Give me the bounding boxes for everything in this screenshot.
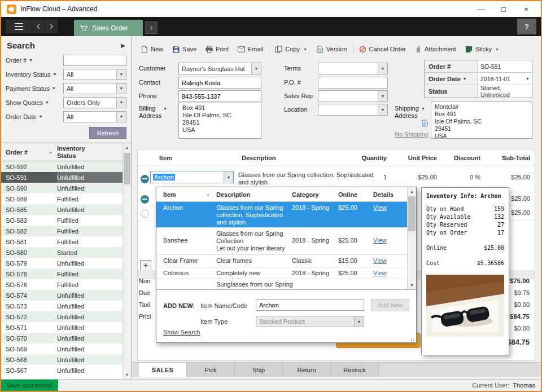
table-row[interactable]: SO-572Unfulfilled xyxy=(1,311,131,322)
terms-select[interactable]: ▼ xyxy=(318,63,388,74)
order-date-value[interactable]: 2018-11-01▼ xyxy=(478,73,532,85)
table-row[interactable]: SO-574Unfulfilled xyxy=(1,290,131,301)
tab-ship[interactable]: Ship xyxy=(235,363,283,377)
location-select[interactable]: ▼ xyxy=(318,104,388,116)
minimize-button[interactable]: — xyxy=(470,2,492,16)
scrollbar-thumb[interactable] xyxy=(408,196,416,231)
orders-scrollbar[interactable]: ▲ ▼ xyxy=(123,143,131,379)
email-button[interactable]: Email xyxy=(233,42,268,56)
nav-back-button[interactable] xyxy=(32,20,45,33)
table-row[interactable]: SO-568Unfulfilled xyxy=(1,354,131,365)
column-header-order[interactable]: Order # xyxy=(6,149,28,156)
show-search-link[interactable]: Show Search xyxy=(163,329,200,336)
show-quotes-select[interactable]: Orders Only ▼ xyxy=(63,97,126,108)
shipping-address-box[interactable]: Montclair Box 491 Isle Of Palms, SC 2945… xyxy=(431,102,532,139)
payment-status-select[interactable]: All ▼ xyxy=(63,83,126,94)
filter-caret-icon[interactable]: ▼ xyxy=(38,114,42,118)
table-row[interactable]: SO-573Unfulfilled xyxy=(1,301,131,311)
sales-rep-select[interactable]: ▼ xyxy=(318,90,388,102)
row-handle-empty-icon[interactable] xyxy=(141,209,149,218)
column-header-inventory-status[interactable]: Inventory Status xyxy=(57,145,98,160)
picker-row[interactable]: Colossus Completely new description. 201… xyxy=(156,267,407,279)
new-button[interactable]: New xyxy=(136,42,168,56)
filter-caret-icon[interactable]: ▼ xyxy=(45,100,49,104)
collapse-sidebar-icon[interactable]: ▶ xyxy=(121,42,125,49)
help-button[interactable]: ? xyxy=(517,19,536,34)
save-button[interactable]: Save xyxy=(168,42,201,56)
tab-restock[interactable]: Restock xyxy=(331,363,379,377)
item-discount[interactable]: 0 % xyxy=(443,174,480,180)
table-row[interactable]: SO-589Fulfilled xyxy=(1,193,131,204)
table-row[interactable]: SO-580Started xyxy=(1,247,131,258)
item-combo-box[interactable]: Archon ▼ xyxy=(150,171,234,183)
view-link[interactable]: View xyxy=(373,270,387,277)
filter-caret-icon[interactable]: ▼ xyxy=(52,86,56,90)
refresh-button[interactable]: Refresh xyxy=(89,127,126,139)
new-tab-button[interactable]: + xyxy=(145,21,158,34)
order-number-value[interactable]: SO-591 xyxy=(478,60,532,72)
table-row[interactable]: SO-567Unfulfilled xyxy=(1,365,131,376)
scroll-up-icon[interactable]: ▲ xyxy=(408,187,416,196)
picker-col-description[interactable]: Description xyxy=(216,191,251,198)
filter-caret-icon[interactable]: ▼ xyxy=(53,72,57,76)
view-link[interactable]: View xyxy=(373,237,387,244)
contact-input[interactable] xyxy=(178,77,261,89)
copy-button[interactable]: Copy▼ xyxy=(270,42,312,56)
picker-row-selected[interactable]: Archon Glasses from our Spring collectio… xyxy=(156,202,407,228)
attachment-button[interactable]: Attachment xyxy=(410,42,461,56)
scrollbar-thumb[interactable] xyxy=(124,153,130,184)
sticky-button[interactable]: Sticky▼ xyxy=(461,42,504,56)
table-row[interactable]: SO-578Fulfilled xyxy=(1,268,131,279)
cancel-order-button[interactable]: Cancel Order xyxy=(355,42,410,56)
view-link[interactable]: View xyxy=(373,204,387,212)
table-row[interactable]: SO-571Unfulfilled xyxy=(1,322,131,333)
picker-scrollbar[interactable]: ▲ ▼ xyxy=(407,187,416,289)
table-row[interactable]: SO-590Unfulfilled xyxy=(1,183,131,193)
picker-col-item[interactable]: Item xyxy=(163,191,176,198)
main-menu-button[interactable] xyxy=(6,20,32,33)
billing-caret-icon[interactable]: ▼ xyxy=(163,107,167,111)
scroll-down-icon[interactable]: ▼ xyxy=(123,371,131,379)
scroll-down-icon[interactable]: ▼ xyxy=(408,281,416,289)
table-row[interactable]: SO-583Fulfilled xyxy=(1,215,131,226)
add-line-item-button[interactable]: + xyxy=(140,260,151,271)
version-button[interactable]: Version xyxy=(312,42,352,56)
row-handle-icon[interactable] xyxy=(141,175,149,183)
picker-col-details[interactable]: Details xyxy=(373,191,394,198)
item-name-input[interactable] xyxy=(256,299,364,311)
shipping-caret-icon[interactable]: ▼ xyxy=(421,107,425,111)
resize-grip[interactable] xyxy=(408,334,414,341)
view-link[interactable]: View xyxy=(373,257,387,265)
no-shipping-link[interactable]: No Shipping xyxy=(395,131,429,138)
picker-row-partial[interactable]: Sunglasses from our Spring xyxy=(156,279,407,289)
tab-sales[interactable]: SALES xyxy=(139,363,187,377)
maximize-button[interactable]: □ xyxy=(492,2,515,16)
picker-row[interactable]: Clear Frame Clear frames Classic $15.00 … xyxy=(156,255,407,267)
picker-col-category[interactable]: Category xyxy=(292,191,319,198)
picker-row[interactable]: Banshee Glasses from our Spring Collecti… xyxy=(156,228,407,255)
item-type-select[interactable]: Stocked Product ▼ xyxy=(256,316,364,327)
order-number-input[interactable] xyxy=(63,55,126,66)
tab-sales-order[interactable]: Sales Order xyxy=(74,20,143,36)
table-row[interactable]: SO-582Fulfilled xyxy=(1,226,131,236)
chevron-down-icon[interactable]: ▼ xyxy=(224,171,233,183)
phone-input[interactable] xyxy=(178,90,261,102)
table-row-selected[interactable]: SO-591Unfulfilled xyxy=(1,172,131,183)
add-new-button[interactable]: Add New xyxy=(371,299,409,311)
order-date-select[interactable]: All ▼ xyxy=(63,111,126,122)
print-button[interactable]: Print xyxy=(201,42,233,56)
scroll-up-icon[interactable]: ▲ xyxy=(123,143,131,152)
table-row[interactable]: SO-569Unfulfilled xyxy=(1,343,131,354)
table-row[interactable]: SO-576Fulfilled xyxy=(1,279,131,290)
item-quantity[interactable]: 1 xyxy=(352,174,387,180)
nav-forward-button[interactable] xyxy=(45,20,58,33)
picker-col-online[interactable]: Online xyxy=(338,191,357,198)
inventory-status-select[interactable]: All ▼ xyxy=(63,69,126,80)
table-row[interactable]: SO-592Unfulfilled xyxy=(1,161,131,172)
item-unit-price[interactable]: $25.00 xyxy=(397,174,437,180)
close-button[interactable]: × xyxy=(515,2,537,16)
customer-select[interactable]: Raynor's Sunglass Hut ▼ xyxy=(178,63,261,74)
table-row[interactable]: SO-581Fulfilled xyxy=(1,236,131,247)
tab-pick[interactable]: Pick xyxy=(187,363,235,377)
billing-address-box[interactable]: Box 491 Isle Of Palms, SC 29451 USA xyxy=(178,103,261,139)
